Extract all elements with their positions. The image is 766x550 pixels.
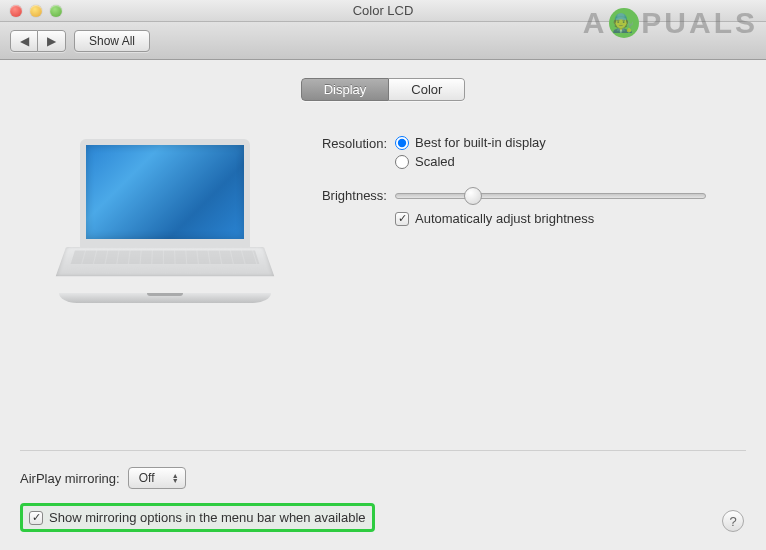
minimize-icon[interactable] bbox=[30, 5, 42, 17]
slider-thumb-icon[interactable] bbox=[464, 187, 482, 205]
tabs: Display Color bbox=[20, 78, 746, 101]
brightness-row: Brightness: ✓ Automatically adjust brigh… bbox=[300, 187, 726, 226]
nav-back-forward: ◀ ▶ bbox=[10, 30, 66, 52]
airplay-popup[interactable]: Off ▲▼ bbox=[128, 467, 186, 489]
tab-display[interactable]: Display bbox=[301, 78, 390, 101]
resolution-best-label: Best for built-in display bbox=[415, 135, 546, 150]
titlebar: Color LCD bbox=[0, 0, 766, 22]
resolution-options: Best for built-in display Scaled bbox=[395, 135, 546, 173]
resolution-row: Resolution: Best for built-in display Sc… bbox=[300, 135, 726, 173]
settings: Resolution: Best for built-in display Sc… bbox=[300, 131, 726, 303]
airplay-row: AirPlay mirroring: Off ▲▼ bbox=[20, 467, 746, 489]
airplay-value: Off bbox=[139, 471, 155, 485]
window-title: Color LCD bbox=[0, 3, 766, 18]
bottom-divider: AirPlay mirroring: Off ▲▼ ✓ Show mirrori… bbox=[20, 450, 746, 532]
chevron-left-icon: ◀ bbox=[20, 34, 29, 48]
auto-brightness-label: Automatically adjust brightness bbox=[415, 211, 594, 226]
laptop-base-icon bbox=[59, 293, 271, 303]
resolution-scaled-radio[interactable] bbox=[395, 155, 409, 169]
chevron-right-icon: ▶ bbox=[47, 34, 56, 48]
content: Display Color Resolution: Best for built… bbox=[0, 78, 766, 323]
mirror-checkbox[interactable]: ✓ bbox=[29, 511, 43, 525]
resolution-scaled-option[interactable]: Scaled bbox=[395, 154, 546, 169]
display-pane: Resolution: Best for built-in display Sc… bbox=[20, 101, 746, 323]
tab-color[interactable]: Color bbox=[389, 78, 465, 101]
auto-brightness-option[interactable]: ✓ Automatically adjust brightness bbox=[395, 211, 706, 226]
auto-brightness-checkbox[interactable]: ✓ bbox=[395, 212, 409, 226]
laptop-keyboard-icon bbox=[56, 247, 275, 276]
popup-arrows-icon: ▲▼ bbox=[172, 473, 179, 483]
mirror-checkbox-highlight: ✓ Show mirroring options in the menu bar… bbox=[20, 503, 375, 532]
bottom-panel: AirPlay mirroring: Off ▲▼ ✓ Show mirrori… bbox=[20, 450, 746, 532]
resolution-scaled-label: Scaled bbox=[415, 154, 455, 169]
help-button[interactable]: ? bbox=[722, 510, 744, 532]
display-thumbnail bbox=[60, 139, 270, 303]
airplay-label: AirPlay mirroring: bbox=[20, 471, 120, 486]
brightness-label: Brightness: bbox=[300, 187, 395, 203]
mirror-checkbox-label: Show mirroring options in the menu bar w… bbox=[49, 510, 366, 525]
window-controls bbox=[0, 5, 62, 17]
show-all-button[interactable]: Show All bbox=[74, 30, 150, 52]
help-icon: ? bbox=[729, 514, 736, 529]
brightness-slider[interactable] bbox=[395, 193, 706, 199]
forward-button[interactable]: ▶ bbox=[38, 30, 66, 52]
toolbar: ◀ ▶ Show All bbox=[0, 22, 766, 60]
back-button[interactable]: ◀ bbox=[10, 30, 38, 52]
tabbar: Display Color bbox=[301, 78, 466, 101]
resolution-best-option[interactable]: Best for built-in display bbox=[395, 135, 546, 150]
resolution-best-radio[interactable] bbox=[395, 136, 409, 150]
close-icon[interactable] bbox=[10, 5, 22, 17]
resolution-label: Resolution: bbox=[300, 135, 395, 151]
zoom-icon[interactable] bbox=[50, 5, 62, 17]
laptop-screen-icon bbox=[80, 139, 250, 249]
brightness-control: ✓ Automatically adjust brightness bbox=[395, 187, 726, 226]
